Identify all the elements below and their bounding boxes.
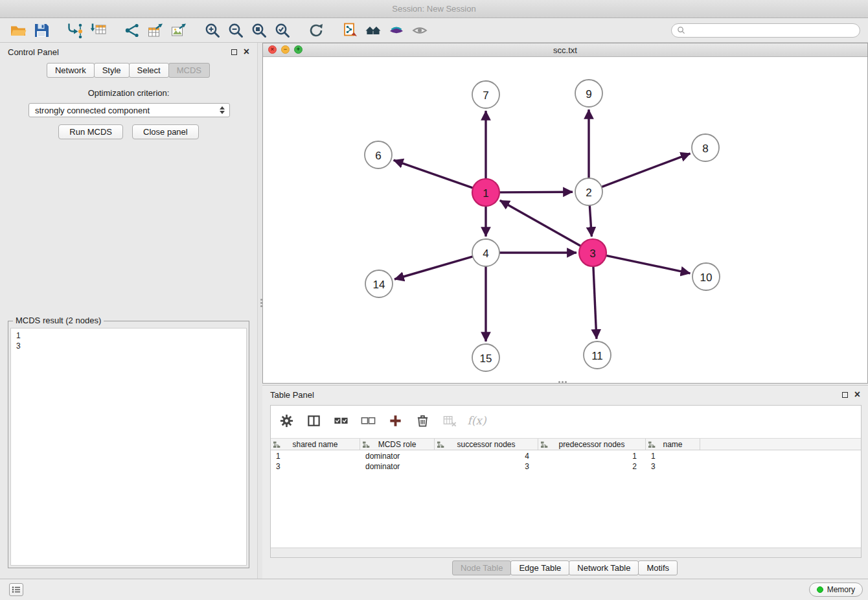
network-window: × − + scc.txt 7968124314101511 <box>262 43 868 384</box>
panel-splitter[interactable] <box>257 43 262 579</box>
show-columns-button[interactable] <box>304 411 323 430</box>
tab-node-table[interactable]: Node Table <box>452 560 512 575</box>
maximize-window-button[interactable]: + <box>294 45 303 54</box>
table-row[interactable]: 3dominator323 <box>271 461 861 472</box>
tab-motifs[interactable]: Motifs <box>638 560 678 575</box>
run-mcds-button[interactable]: Run MCDS <box>58 124 123 139</box>
columns-icon <box>306 413 321 428</box>
search-box[interactable] <box>671 23 860 38</box>
import-network-button[interactable] <box>63 20 87 41</box>
network-canvas[interactable]: 7968124314101511 <box>263 57 867 383</box>
network-overview-button[interactable] <box>361 20 385 41</box>
column-header-MCDS-role[interactable]: MCDS role <box>360 439 435 450</box>
cell-MCDS-role[interactable]: dominator <box>360 461 435 472</box>
graph-edge-2-8[interactable] <box>602 154 691 187</box>
float-table-panel-icon[interactable] <box>842 392 848 398</box>
tab-mcds[interactable]: MCDS <box>168 63 210 78</box>
window-resize-handle[interactable] <box>558 381 560 383</box>
import-table-icon <box>90 22 107 39</box>
cell-shared-name[interactable]: 1 <box>271 451 360 461</box>
column-header-shared-name[interactable]: shared name <box>271 439 360 450</box>
horizontal-scrollbar[interactable] <box>271 548 861 557</box>
save-session-button[interactable] <box>30 20 53 41</box>
mcds-result-text[interactable]: 1 3 <box>10 328 247 566</box>
export-table-button[interactable] <box>144 20 167 41</box>
cell-predecessor-nodes[interactable]: 2 <box>538 461 646 472</box>
column-header-predecessor-nodes[interactable]: predecessor nodes <box>538 439 646 450</box>
apply-layout-button[interactable] <box>304 20 328 41</box>
close-panel-button[interactable]: Close panel <box>132 124 199 139</box>
close-window-button[interactable]: × <box>268 45 277 54</box>
minimize-window-button[interactable]: − <box>281 45 290 54</box>
table-row[interactable]: 1dominator411 <box>271 451 861 461</box>
hide-graphics-details-button[interactable] <box>408 20 431 41</box>
graph-node-9[interactable]: 9 <box>575 80 602 107</box>
main-toolbar <box>0 18 868 43</box>
network-details-button[interactable] <box>338 20 361 41</box>
graph-edge-1-2[interactable] <box>499 192 573 192</box>
graph-node-14[interactable]: 14 <box>365 270 393 297</box>
cell-successor-nodes[interactable]: 4 <box>435 451 538 461</box>
mcds-result-box: MCDS result (2 nodes) 1 3 <box>8 321 249 568</box>
cell-successor-nodes[interactable]: 3 <box>435 461 538 472</box>
graph-node-10[interactable]: 10 <box>692 263 720 290</box>
create-column-button[interactable] <box>386 411 404 430</box>
select-all-button[interactable] <box>332 411 350 430</box>
search-input[interactable] <box>689 26 854 35</box>
graph-edge-3-1[interactable] <box>500 200 581 246</box>
tab-select[interactable]: Select <box>129 63 169 78</box>
delete-table-icon <box>442 413 457 428</box>
cell-name[interactable]: 1 <box>646 451 700 461</box>
graph-node-1[interactable]: 1 <box>472 179 499 206</box>
graph-node-15[interactable]: 15 <box>472 344 499 371</box>
graph-node-4[interactable]: 4 <box>472 239 499 266</box>
graph-edge-2-3[interactable] <box>589 205 591 237</box>
network-window-titlebar[interactable]: × − + scc.txt <box>263 43 867 57</box>
tab-network[interactable]: Network <box>47 63 95 78</box>
graph-node-6[interactable]: 6 <box>365 141 392 168</box>
tab-network-table[interactable]: Network Table <box>569 560 639 575</box>
graph-edge-4-14[interactable] <box>394 257 473 279</box>
graph-node-3[interactable]: 3 <box>579 239 606 266</box>
cell-predecessor-nodes[interactable]: 1 <box>538 451 646 461</box>
deselect-all-button[interactable] <box>359 411 377 430</box>
zoom-out-button[interactable] <box>224 20 247 41</box>
cell-MCDS-role[interactable]: dominator <box>360 451 435 461</box>
export-network-button[interactable] <box>120 20 144 41</box>
graph-node-11[interactable]: 11 <box>584 341 611 369</box>
tab-edge-table[interactable]: Edge Table <box>510 560 569 575</box>
cell-name[interactable]: 3 <box>646 461 700 472</box>
export-network-icon <box>124 22 141 39</box>
function-builder-button[interactable]: f(x) <box>468 411 486 430</box>
criterion-select[interactable]: strongly connected component <box>29 103 230 117</box>
zoom-in-button[interactable] <box>201 20 224 41</box>
task-history-button[interactable] <box>9 583 23 596</box>
zoom-selected-button[interactable] <box>271 20 294 41</box>
graph-node-8[interactable]: 8 <box>692 134 719 161</box>
graph-edge-1-6[interactable] <box>394 160 474 188</box>
import-table-button[interactable] <box>87 20 110 41</box>
delete-rows-button[interactable] <box>413 411 431 430</box>
close-table-panel-icon[interactable]: × <box>854 389 860 400</box>
open-session-button[interactable] <box>6 20 30 41</box>
tab-style[interactable]: Style <box>94 63 130 78</box>
memory-button[interactable]: Memory <box>809 583 863 597</box>
network-graph[interactable]: 7968124314101511 <box>263 57 867 383</box>
zoom-fit-button[interactable] <box>247 20 271 41</box>
show-graphics-details-button[interactable] <box>385 20 408 41</box>
graph-edge-3-10[interactable] <box>606 255 691 273</box>
close-panel-icon[interactable]: × <box>244 47 249 57</box>
delete-table-button[interactable] <box>440 411 459 430</box>
graph-node-7[interactable]: 7 <box>472 81 499 108</box>
svg-text:14: 14 <box>373 279 385 291</box>
checked-boxes-icon <box>334 413 348 428</box>
cell-shared-name[interactable]: 3 <box>271 461 360 472</box>
graph-edge-3-11[interactable] <box>593 266 597 339</box>
graph-node-2[interactable]: 2 <box>575 178 602 205</box>
column-header-name[interactable]: name <box>646 439 700 450</box>
float-panel-icon[interactable] <box>231 49 237 55</box>
column-header-successor-nodes[interactable]: successor nodes <box>435 439 538 450</box>
table-settings-button[interactable] <box>277 411 295 430</box>
style-eye-icon <box>388 22 405 39</box>
export-image-button[interactable] <box>167 20 190 41</box>
